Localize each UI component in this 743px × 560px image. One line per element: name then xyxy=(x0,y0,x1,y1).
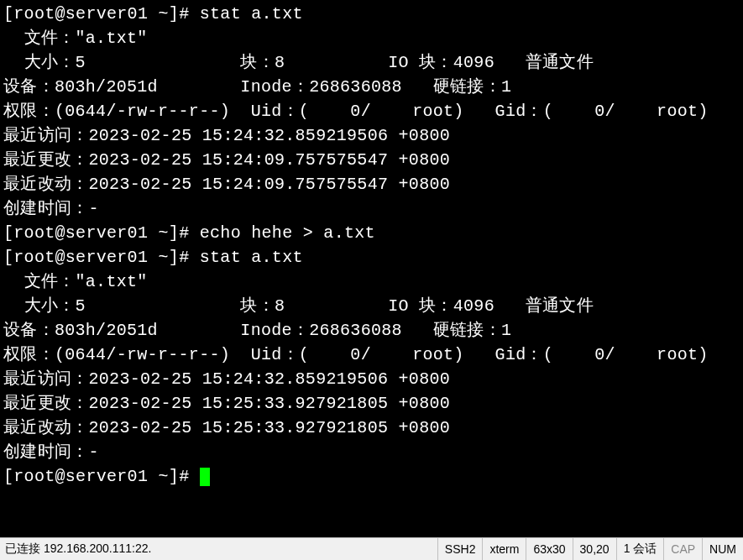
terminal-line: 最近更改：2023-02-25 15:25:33.927921805 +0800 xyxy=(3,394,450,413)
terminal-line: [root@server01 ~]# echo hehe > a.txt xyxy=(3,223,375,243)
status-protocol: SSH2 xyxy=(437,538,483,560)
terminal-line: 最近更改：2023-02-25 15:24:09.757575547 +0800 xyxy=(3,150,450,170)
terminal-line: 创建时间：- xyxy=(3,442,99,462)
terminal-line: 大小：5 块：8 IO 块：4096 普通文件 xyxy=(3,296,594,316)
status-size: 63x30 xyxy=(526,538,572,560)
terminal-line: 权限：(0644/-rw-r--r--) Uid：( 0/ root) Gid：… xyxy=(3,102,709,121)
status-cursor-pos: 30,20 xyxy=(573,538,616,560)
terminal-line: 设备：803h/2051d Inode：268636088 硬链接：1 xyxy=(3,321,511,340)
terminal-line: 最近改动：2023-02-25 15:25:33.927921805 +0800 xyxy=(3,418,450,437)
status-termtype: xterm xyxy=(482,538,526,560)
terminal-line: 最近访问：2023-02-25 15:24:32.859219506 +0800 xyxy=(3,369,450,389)
terminal-line: [root@server01 ~]# stat a.txt xyxy=(3,248,303,267)
status-cap: CAP xyxy=(663,538,702,560)
terminal-line: [root@server01 ~]# stat a.txt xyxy=(3,4,303,24)
terminal-line: 文件："a.txt" xyxy=(3,29,148,48)
terminal-output[interactable]: [root@server01 ~]# stat a.txt 文件："a.txt"… xyxy=(0,0,743,537)
terminal-line: 设备：803h/2051d Inode：268636088 硬链接：1 xyxy=(3,77,511,97)
terminal-line: 最近访问：2023-02-25 15:24:32.859219506 +0800 xyxy=(3,126,450,145)
status-bar: 已连接 192.168.200.111:22. SSH2 xterm 63x30… xyxy=(0,537,743,560)
terminal-line: 最近改动：2023-02-25 15:24:09.757575547 +0800 xyxy=(3,175,450,194)
status-num: NUM xyxy=(702,538,743,560)
terminal-prompt: [root@server01 ~]# xyxy=(3,467,200,486)
status-connection: 已连接 192.168.200.111:22. xyxy=(0,542,151,557)
terminal-line: 创建时间：- xyxy=(3,199,99,218)
terminal-line: 文件："a.txt" xyxy=(3,272,148,291)
terminal-cursor[interactable] xyxy=(200,468,210,486)
terminal-line: 大小：5 块：8 IO 块：4096 普通文件 xyxy=(3,53,594,72)
status-sessions: 1 会话 xyxy=(616,538,664,560)
terminal-line: 权限：(0644/-rw-r--r--) Uid：( 0/ root) Gid：… xyxy=(3,345,709,364)
